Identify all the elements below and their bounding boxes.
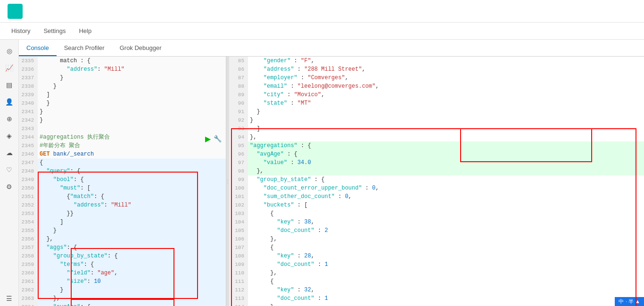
tabs-bar: Console Search Profiler Grok Debugger bbox=[19, 40, 644, 57]
line-content: }, bbox=[38, 235, 226, 243]
line-number: 2361 bbox=[19, 277, 38, 286]
line-number: 2358 bbox=[19, 252, 38, 260]
right-code-line: 108 "key" : 28, bbox=[229, 252, 644, 260]
sidebar-icon-plus[interactable]: ⊕ bbox=[2, 111, 17, 126]
line-content: "sum_other_doc_count" : 0, bbox=[248, 192, 644, 201]
right-code-line: 109 "doc_count" : 1 bbox=[229, 260, 644, 269]
right-code-line: 98 }, bbox=[229, 167, 644, 175]
line-number: 2338 bbox=[19, 82, 38, 91]
right-code-line: 100 "doc_count_error_upper_bound" : 0, bbox=[229, 184, 644, 192]
right-code-line: 91 } bbox=[229, 108, 644, 116]
left-code-line: 2362 } bbox=[19, 286, 226, 294]
sidebar-icon-user[interactable]: 👤 bbox=[2, 94, 17, 109]
left-code-line: 2350 "must": [ bbox=[19, 184, 226, 192]
nav-history[interactable]: History bbox=[9, 24, 32, 38]
sidebar-icon-menu[interactable]: ☰ bbox=[2, 291, 17, 306]
sidebar-icon-heart[interactable]: ♡ bbox=[2, 162, 17, 177]
line-number: 105 bbox=[229, 226, 248, 235]
left-code-line: 2358 "group_by_state": { bbox=[19, 252, 226, 260]
line-content: "group_by_state": { bbox=[38, 252, 226, 260]
left-code-line: 2351 {"match": { bbox=[19, 192, 226, 201]
line-number: 88 bbox=[229, 82, 248, 91]
wrench-button[interactable]: 🔧 bbox=[213, 134, 222, 143]
left-code-line: 2352 "address": "Mill" bbox=[19, 201, 226, 209]
sidebar-icon-cloud[interactable]: ☁ bbox=[2, 145, 17, 160]
sidebar-icon-settings[interactable]: ⚙ bbox=[2, 179, 17, 194]
line-number: 107 bbox=[229, 243, 248, 252]
left-editor-panel: 2335 match : {2336 "address": "Mill"2337… bbox=[19, 57, 226, 306]
line-number: 2339 bbox=[19, 91, 38, 99]
sidebar-icon-canvas[interactable]: ◈ bbox=[2, 128, 17, 143]
left-code-line: 2342} bbox=[19, 116, 226, 124]
line-content: } bbox=[38, 99, 226, 108]
lang-text: 中 bbox=[619, 298, 624, 305]
right-code-line: 85 "gender" : "F", bbox=[229, 57, 644, 65]
line-number: 2357 bbox=[19, 243, 38, 252]
sidebar-icon-home[interactable]: ◎ bbox=[2, 43, 17, 58]
right-code-line: 110 }, bbox=[229, 269, 644, 277]
line-number: 94 bbox=[229, 133, 248, 141]
line-content: "avgAge" : { bbox=[248, 150, 644, 158]
line-number: 97 bbox=[229, 158, 248, 167]
line-number: 2344 bbox=[19, 133, 38, 141]
right-code-output[interactable]: 85 "gender" : "F",86 "address" : "288 Mi… bbox=[229, 57, 644, 306]
sidebar: ◎ 📈 ▤ 👤 ⊕ ◈ ☁ ♡ ⚙ ☰ bbox=[0, 40, 19, 306]
nav-bar: History Settings Help bbox=[0, 23, 644, 40]
right-code-line: 105 "doc_count" : 2 bbox=[229, 226, 644, 235]
right-output-panel: 85 "gender" : "F",86 "address" : "288 Mi… bbox=[229, 57, 644, 306]
left-code-line: 2336 "address": "Mill" bbox=[19, 65, 226, 74]
right-code-line: 99 "group_by_state" : { bbox=[229, 175, 644, 184]
line-content: }} bbox=[38, 209, 226, 218]
line-content: }, bbox=[38, 294, 226, 303]
run-button[interactable]: ▶ bbox=[203, 134, 213, 143]
right-code-line: 92} bbox=[229, 116, 644, 124]
line-content: "doc_count_error_upper_bound" : 0, bbox=[248, 184, 644, 192]
line-content: { bbox=[38, 158, 226, 167]
nav-help[interactable]: Help bbox=[77, 24, 93, 38]
left-code-line: 2353 }} bbox=[19, 209, 226, 218]
sidebar-icon-chart[interactable]: 📈 bbox=[2, 60, 17, 75]
line-number: 111 bbox=[229, 277, 248, 286]
line-number: 2355 bbox=[19, 226, 38, 235]
app-logo bbox=[8, 4, 23, 19]
tab-search-profiler[interactable]: Search Profiler bbox=[57, 41, 112, 56]
line-number: 104 bbox=[229, 218, 248, 226]
right-code-line: 86 "address" : "288 Mill Street", bbox=[229, 65, 644, 74]
left-code-line: 2341} bbox=[19, 108, 226, 116]
right-code-line: 114 } bbox=[229, 303, 644, 306]
left-code-line: 2361 "size": 10 bbox=[19, 277, 226, 286]
line-content: } bbox=[38, 108, 226, 116]
line-number: 95 bbox=[229, 141, 248, 150]
line-content: "state" : "MT" bbox=[248, 99, 644, 108]
right-code-line: 107 { bbox=[229, 243, 644, 252]
line-content: } bbox=[38, 82, 226, 91]
right-code-line: 103 { bbox=[229, 209, 644, 218]
line-number: 2356 bbox=[19, 235, 38, 243]
tab-grok-debugger[interactable]: Grok Debugger bbox=[112, 41, 169, 56]
left-code-editor[interactable]: 2335 match : {2336 "address": "Mill"2337… bbox=[19, 57, 226, 306]
line-content: ] bbox=[38, 218, 226, 226]
line-number: 2340 bbox=[19, 99, 38, 108]
line-number: 2354 bbox=[19, 218, 38, 226]
left-code-line: 2347{ bbox=[19, 158, 226, 167]
line-content: "query": { bbox=[38, 167, 226, 175]
line-number: 113 bbox=[229, 294, 248, 303]
language-indicator: 中 · 半 ▲ bbox=[615, 297, 644, 306]
line-content: ] bbox=[248, 124, 644, 133]
line-number: 2348 bbox=[19, 167, 38, 175]
line-content: "doc_count" : 1 bbox=[248, 260, 644, 269]
tab-console[interactable]: Console bbox=[19, 41, 57, 56]
line-content: }, bbox=[248, 133, 644, 141]
line-number: 100 bbox=[229, 184, 248, 192]
left-code-line: 2349 "bool": { bbox=[19, 175, 226, 184]
line-number: 92 bbox=[229, 116, 248, 124]
line-content: { bbox=[248, 243, 644, 252]
right-code-line: 88 "email" : "leelong@comverges.com", bbox=[229, 82, 644, 91]
line-content: #年龄分布 聚合 bbox=[38, 141, 226, 150]
right-code-line: 93 ] bbox=[229, 124, 644, 133]
line-number: 2363 bbox=[19, 294, 38, 303]
line-content: "aggregations" : { bbox=[248, 141, 644, 150]
top-bar bbox=[0, 0, 644, 23]
nav-settings[interactable]: Settings bbox=[41, 24, 67, 38]
sidebar-icon-list[interactable]: ▤ bbox=[2, 77, 17, 92]
